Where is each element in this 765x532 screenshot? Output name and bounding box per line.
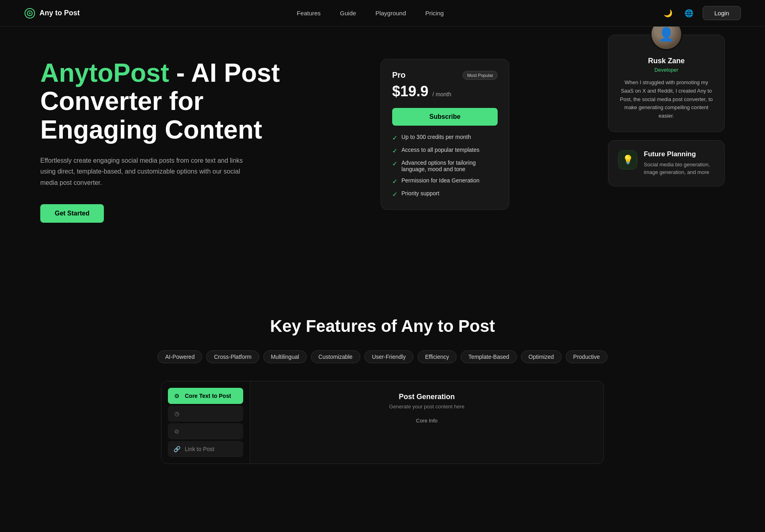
feature-label-1: Up to 300 credits per month [401, 134, 471, 140]
features-section: Key Features of Any to Post AI-PoweredCr… [0, 292, 765, 480]
pricing-section: Pro Most Popular $19.9 / month Subscribe… [380, 59, 509, 210]
testimonial-text: When I struggled with promoting my SaaS … [618, 79, 715, 120]
feature-main-label: Core Info [263, 418, 591, 424]
pricing-price: $19.9 / month [392, 83, 498, 100]
feature-tag-ai-powered[interactable]: AI-Powered [157, 350, 202, 363]
feature-sidebar: ⊙ Core Text to Post ◷ ⊙ 🔗 Link to Post [161, 381, 250, 464]
logo-icon [24, 8, 35, 19]
check-icon-3: ✓ [392, 160, 397, 168]
pricing-feature-4: ✓ Permission for Idea Generation [392, 177, 498, 185]
pricing-features: ✓ Up to 300 credits per month ✓ Access t… [392, 134, 498, 198]
feature-label-3: Advanced options for tailoring language,… [401, 159, 498, 172]
feature-demo: ⊙ Core Text to Post ◷ ⊙ 🔗 Link to Post P… [161, 381, 604, 464]
language-button[interactable]: 🌐 [682, 6, 696, 21]
bulb-icon: 💡 [622, 155, 633, 165]
most-popular-badge: Most Popular [463, 71, 498, 80]
get-started-button[interactable]: Get Started [40, 204, 104, 223]
pricing-plan: Pro [392, 70, 405, 80]
logo-text: Any to Post [39, 9, 80, 17]
nav-playground[interactable]: Playground [375, 10, 406, 17]
price-period: / month [432, 91, 451, 97]
feature-main-title: Post Generation [263, 393, 591, 401]
future-card: 💡 Future Planning Social media bio gener… [608, 140, 725, 186]
pricing-feature-2: ✓ Access to all popular templates [392, 147, 498, 155]
sidebar-item-link-label: Link to Post [185, 446, 214, 452]
nav-guide[interactable]: Guide [340, 10, 356, 17]
future-title: Future Planning [644, 150, 715, 158]
pricing-feature-5: ✓ Priority support [392, 190, 498, 198]
pricing-feature-3: ✓ Advanced options for tailoring languag… [392, 159, 498, 172]
pricing-header: Pro Most Popular [392, 70, 498, 80]
feature-tag-efficiency[interactable]: Efficiency [418, 350, 457, 363]
future-icon: 💡 [618, 150, 637, 170]
feature-label-2: Access to all popular templates [401, 147, 480, 153]
logo[interactable]: Any to Post [24, 8, 80, 19]
core-text-icon: ⊙ [173, 392, 181, 400]
feature-main-subtitle: Generate your post content here [263, 404, 591, 410]
feature-label-4: Permission for Idea Generation [401, 177, 480, 184]
feature-label-5: Priority support [401, 190, 439, 197]
feature-tag-cross-platform[interactable]: Cross-Platform [206, 350, 259, 363]
sidebar-icon-3: ⊙ [173, 427, 181, 435]
feature-tag-optimized[interactable]: Optimized [521, 350, 562, 363]
subscribe-button[interactable]: Subscribe [392, 108, 498, 126]
nav-features[interactable]: Features [297, 10, 320, 17]
sidebar-item-core-text[interactable]: ⊙ Core Text to Post [168, 388, 243, 404]
feature-tag-multilingual[interactable]: Multilingual [263, 350, 307, 363]
features-title: Key Features of Any to Post [40, 317, 725, 336]
price-amount: $19.9 [392, 83, 428, 99]
hero-right: 👤 Rusk Zane Developer When I struggled w… [608, 35, 725, 186]
check-icon-2: ✓ [392, 147, 397, 155]
future-desc: Social media bio generation, image gener… [644, 161, 715, 176]
nav-actions: 🌙 🌐 Login [661, 6, 741, 21]
check-icon-5: ✓ [392, 190, 397, 198]
sidebar-item-2[interactable]: ◷ [168, 406, 243, 422]
pricing-feature-1: ✓ Up to 300 credits per month [392, 134, 498, 142]
link-icon: 🔗 [173, 445, 181, 453]
sidebar-item-3[interactable]: ⊙ [168, 423, 243, 439]
feature-main: Post Generation Generate your post conte… [250, 381, 604, 464]
hero-title-green: AnytoPost [40, 58, 169, 87]
hero-subtitle: Effortlessly create engaging social medi… [40, 155, 250, 188]
sidebar-item-core-text-label: Core Text to Post [185, 393, 231, 399]
moon-icon: 🌙 [664, 9, 672, 18]
check-icon-1: ✓ [392, 134, 397, 142]
feature-tag-customizable[interactable]: Customizable [311, 350, 360, 363]
globe-icon: 🌐 [684, 9, 693, 18]
testimonial-name: Rusk Zane [618, 57, 715, 65]
check-icon-4: ✓ [392, 178, 397, 185]
hero-title: AnytoPost - AI Post Converter for Engagi… [40, 59, 282, 144]
testimonial-role: Developer [618, 67, 715, 73]
pricing-card: Pro Most Popular $19.9 / month Subscribe… [380, 59, 509, 210]
svg-point-2 [29, 12, 31, 14]
navbar: Any to Post Features Guide Playground Pr… [0, 0, 765, 27]
sidebar-item-link[interactable]: 🔗 Link to Post [168, 441, 243, 457]
feature-tags: AI-PoweredCross-PlatformMultilingualCust… [40, 350, 725, 363]
feature-tag-productive[interactable]: Productive [566, 350, 608, 363]
theme-toggle-button[interactable]: 🌙 [661, 6, 675, 21]
login-button[interactable]: Login [703, 6, 741, 20]
testimonial-card: 👤 Rusk Zane Developer When I struggled w… [608, 35, 725, 132]
future-content: Future Planning Social media bio generat… [644, 150, 715, 176]
feature-tag-template-based[interactable]: Template-Based [461, 350, 517, 363]
hero-section: AnytoPost - AI Post Converter for Engagi… [0, 27, 765, 292]
nav-links: Features Guide Playground Pricing [297, 10, 444, 17]
hero-left: AnytoPost - AI Post Converter for Engagi… [40, 59, 282, 223]
sidebar-icon-2: ◷ [173, 410, 181, 418]
nav-pricing[interactable]: Pricing [425, 10, 444, 17]
feature-tag-user-friendly[interactable]: User-Friendly [364, 350, 414, 363]
